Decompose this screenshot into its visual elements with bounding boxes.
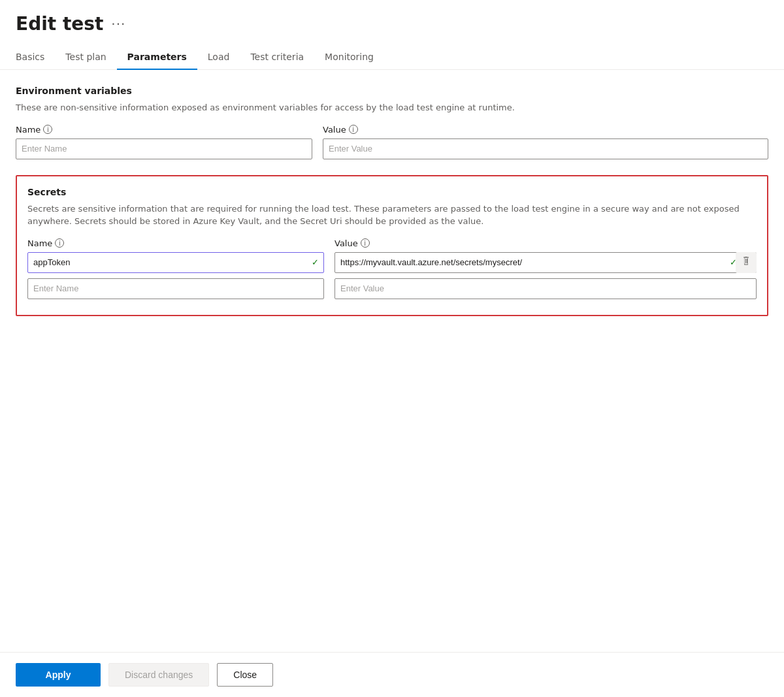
env-field-row xyxy=(16,138,768,159)
env-name-info-icon[interactable]: i xyxy=(43,125,52,134)
env-variables-description: These are non-sensitive information expo… xyxy=(16,101,768,114)
env-value-info-icon[interactable]: i xyxy=(349,125,358,134)
trash-icon-1 xyxy=(741,256,751,268)
env-value-input[interactable] xyxy=(323,138,768,159)
secrets-value-label: Value i xyxy=(335,238,370,248)
header: Edit test ··· xyxy=(0,0,784,45)
secrets-row-2 xyxy=(27,278,757,299)
tab-parameters[interactable]: Parameters xyxy=(117,45,197,70)
env-name-input-wrapper xyxy=(16,138,312,159)
secrets-value-input-2[interactable] xyxy=(335,278,757,299)
secrets-section: Secrets Secrets are sensitive informatio… xyxy=(16,175,768,316)
secrets-row-1: ✓ ✓ xyxy=(27,252,757,273)
env-variables-title: Environment variables xyxy=(16,86,768,96)
tab-test-plan[interactable]: Test plan xyxy=(55,45,116,70)
secrets-name-input-wrapper-1: ✓ xyxy=(27,252,324,273)
secrets-name-info-icon[interactable]: i xyxy=(55,238,64,248)
env-name-input[interactable] xyxy=(16,138,312,159)
secrets-value-info-icon[interactable]: i xyxy=(361,238,370,248)
secrets-value-input-wrapper-2 xyxy=(335,278,757,299)
env-variables-section: Environment variables These are non-sens… xyxy=(16,86,768,159)
secrets-name-input-2[interactable] xyxy=(27,278,324,299)
env-value-label: Value i xyxy=(323,125,358,135)
secrets-name-label: Name i xyxy=(27,238,324,248)
tabs-container: Basics Test plan Parameters Load Test cr… xyxy=(0,45,784,70)
secrets-description: Secrets are sensitive information that a… xyxy=(27,203,757,228)
secrets-name-input-1[interactable] xyxy=(27,252,324,273)
more-options-button[interactable]: ··· xyxy=(111,16,125,32)
discard-button[interactable]: Discard changes xyxy=(108,663,209,687)
main-content: Environment variables These are non-sens… xyxy=(0,70,784,697)
env-field-headers: Name i Value i xyxy=(16,125,768,135)
secrets-field-headers: Name i Value i xyxy=(27,238,757,248)
env-name-label: Name i xyxy=(16,125,312,135)
env-value-input-wrapper xyxy=(323,138,768,159)
page-title: Edit test xyxy=(16,13,103,35)
secrets-value-input-1[interactable] xyxy=(335,252,757,273)
tab-basics[interactable]: Basics xyxy=(16,45,55,70)
secrets-value-input-wrapper-1: ✓ xyxy=(335,252,757,273)
tab-load[interactable]: Load xyxy=(197,45,240,70)
apply-button[interactable]: Apply xyxy=(16,663,101,687)
secrets-title: Secrets xyxy=(27,187,757,197)
secrets-name-check-icon-1: ✓ xyxy=(312,257,319,267)
secrets-delete-button-1[interactable] xyxy=(736,252,757,273)
page-container: Edit test ··· Basics Test plan Parameter… xyxy=(0,0,784,697)
footer: Apply Discard changes Close xyxy=(0,652,784,697)
tab-monitoring[interactable]: Monitoring xyxy=(314,45,384,70)
secrets-name-input-wrapper-2 xyxy=(27,278,324,299)
close-button[interactable]: Close xyxy=(217,663,273,687)
tab-test-criteria[interactable]: Test criteria xyxy=(240,45,314,70)
